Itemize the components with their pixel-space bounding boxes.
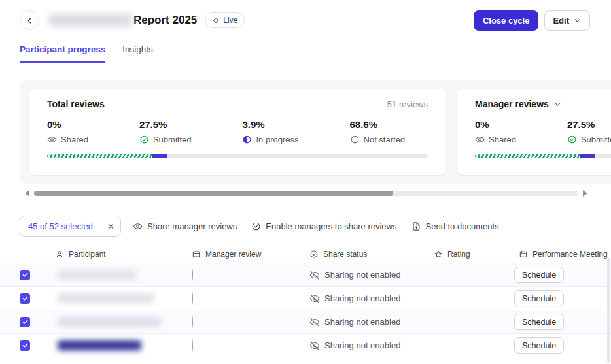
user-icon [55,250,64,259]
eye-icon [47,135,57,144]
scroll-left-icon[interactable] [25,190,29,197]
column-manager-review: Manager review [183,250,301,259]
empty-circle-icon [350,135,360,144]
selection-count: 45 of 52 selected [20,216,101,236]
chevron-down-icon[interactable] [553,100,562,108]
table-row: Sharing not enabled Schedule [0,287,611,310]
selection-pill: 45 of 52 selected [20,216,121,237]
review-cards-panel: Total reviews 51 reviews 0% Shared 27.5% [20,80,611,184]
star-icon [434,250,443,259]
stat-submitted: 27.5% Submitted [139,119,192,144]
check-circle-icon [251,222,261,231]
close-icon [107,222,115,231]
clear-selection-button[interactable] [101,216,120,236]
chevron-left-icon [25,16,35,25]
stat-not-started: 68.6% Not started [350,119,406,144]
manager-review-status-icon [192,339,193,352]
schedule-meeting-button[interactable]: Schedule [514,337,564,354]
redacted-participant-name [58,340,141,350]
share-status-text: Sharing not enabled [324,340,400,350]
table-vertical-scrollbar[interactable] [607,258,610,363]
card-title: Total reviews [47,99,105,109]
row-checkbox[interactable] [20,317,30,327]
manager-reviews-card: Manager reviews 0% Shared 27.5% [457,89,611,175]
tab-participant-progress[interactable]: Participant progress [20,44,105,63]
row-checkbox[interactable] [20,340,30,351]
redacted-participant-name [58,317,161,327]
manager-review-status-icon [192,269,193,281]
table-row: Sharing not enabled Schedule [0,334,611,357]
close-cycle-button[interactable]: Close cycle [474,10,539,31]
manager-review-status-icon [192,292,193,305]
redacted-participant-name [58,270,136,280]
stats-row: 0% Shared 27.5% Submitted [475,119,611,144]
edit-button[interactable]: Edit [544,10,590,31]
diamond-icon [212,16,220,24]
reviews-count: 51 reviews [387,99,428,109]
send-to-documents-button[interactable]: Send to documents [409,218,502,235]
share-manager-reviews-button[interactable]: Share manager reviews [130,218,239,235]
progress-submitted-segment [47,154,152,158]
back-button[interactable] [20,10,39,30]
row-checkbox[interactable] [20,293,30,304]
stat-submitted: 27.5% Submitted [567,119,611,144]
table-row: Sharing not enabled Schedule [0,310,611,334]
check-circle-icon [567,135,577,144]
document-send-icon [411,222,421,231]
stat-in-progress: 3.9% In progress [242,119,298,144]
bulk-actions-bar: 45 of 52 selected Share manager reviews … [20,216,591,237]
share-status-text: Sharing not enabled [324,317,400,327]
participants-table: Participant Manager review Share status … [0,246,611,357]
live-badge: Live [205,12,245,28]
manager-review-status-icon [192,316,193,328]
eye-off-icon [309,293,320,304]
row-checkbox[interactable] [20,270,30,280]
page-title: Report 2025 [133,14,197,27]
total-reviews-progress-bar [47,154,428,158]
chevron-down-icon [573,16,582,25]
schedule-meeting-button[interactable]: Schedule [514,314,564,330]
card-title: Manager reviews [475,99,549,109]
card-icon [192,250,201,259]
column-performance-meeting: Performance Meeting [510,250,611,259]
table-body: Sharing not enabled Schedule Sharing not… [0,263,611,357]
progress-in-progress-segment [152,154,167,158]
scrollbar-thumb[interactable] [34,191,393,196]
stat-shared: 0% Shared [475,119,516,144]
half-circle-icon [242,135,252,144]
share-status-text: Sharing not enabled [324,270,400,280]
share-status-text: Sharing not enabled [324,293,400,303]
topbar: Report 2025 Live Close cycle Edit [0,0,611,41]
manager-reviews-progress-bar [475,154,611,158]
eye-off-icon [309,270,320,280]
column-rating: Rating [425,250,510,259]
column-share-status: Share status [301,250,425,259]
scrollbar-track[interactable] [34,191,578,196]
column-participant: Participant [42,250,183,259]
progress-submitted-segment [475,154,580,158]
eye-off-icon [309,317,320,327]
schedule-meeting-button[interactable]: Schedule [514,290,564,306]
calendar-icon [519,250,528,259]
edit-button-label: Edit [553,16,569,25]
check-circle-icon [309,250,319,259]
schedule-meeting-button[interactable]: Schedule [514,267,564,283]
cards-scrollbar [25,190,587,197]
eye-icon [133,222,143,231]
progress-in-progress-segment [580,154,595,158]
redacted-participant-name [58,293,154,303]
stats-row: 0% Shared 27.5% Submitted 3.9% [47,119,428,144]
eye-off-icon [309,340,320,351]
redacted-cycle-name [48,14,132,27]
table-header: Participant Manager review Share status … [0,246,611,263]
live-badge-label: Live [223,16,237,25]
total-reviews-card: Total reviews 51 reviews 0% Shared 27.5% [29,89,446,175]
check-circle-icon [139,135,149,144]
stat-shared: 0% Shared [47,119,88,144]
scroll-right-icon[interactable] [583,190,587,197]
eye-icon [475,135,485,144]
enable-managers-share-button[interactable]: Enable managers to share reviews [249,218,399,235]
table-row: Sharing not enabled Schedule [0,263,611,287]
tab-bar: Participant progress Insights [0,41,611,63]
tab-insights[interactable]: Insights [122,44,153,63]
